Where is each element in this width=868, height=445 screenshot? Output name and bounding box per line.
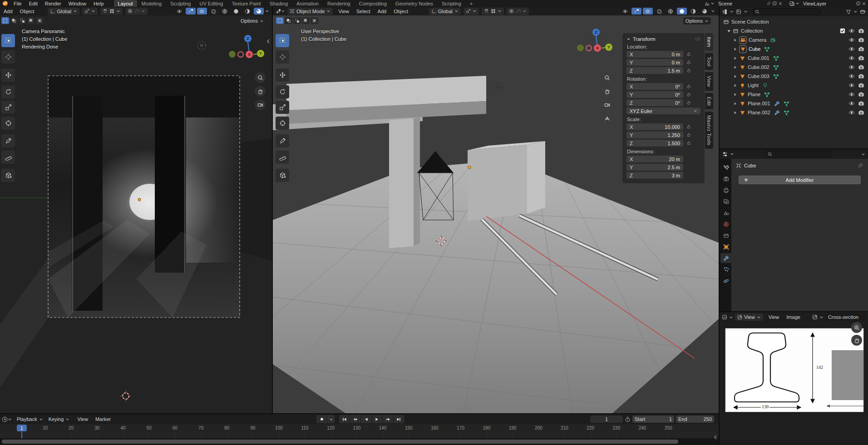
viewport-cursor-tool-button[interactable] <box>276 50 289 64</box>
sidebar-tab-tool[interactable]: Tool <box>705 53 713 70</box>
delete-scene-icon[interactable] <box>778 1 783 6</box>
lock-icon[interactable] <box>686 100 691 105</box>
new-scene-icon[interactable] <box>772 1 777 6</box>
properties-tab-modifiers[interactable] <box>720 253 731 263</box>
gizmo-y-axis[interactable]: Y <box>257 50 264 57</box>
gizmo-x-neg-axis[interactable] <box>237 51 244 58</box>
outliner-item-label[interactable]: Cube.003 <box>748 73 769 79</box>
intersect-select-mode-button[interactable] <box>311 17 318 24</box>
gizmos-toggle[interactable] <box>631 8 641 15</box>
jump-to-start-button[interactable] <box>339 415 350 423</box>
disable-in-renders-icon[interactable] <box>858 37 864 43</box>
camera-measure-tool-button[interactable] <box>1 151 15 164</box>
timeline-scrollbar[interactable] <box>2 440 678 444</box>
transform-field-dimensions-x[interactable]: X20 m <box>626 156 683 162</box>
hide-in-viewport-icon[interactable] <box>848 55 855 61</box>
workspace-tab-animation[interactable]: Animation <box>292 0 323 7</box>
filter-chevron-icon[interactable] <box>853 10 858 14</box>
display-mode-icon[interactable] <box>736 9 741 15</box>
disable-in-renders-icon[interactable] <box>858 91 864 98</box>
remove-view-layer-icon[interactable] <box>862 1 866 6</box>
transform-field-rotation-x[interactable]: X0° <box>626 83 683 90</box>
transform-field-scale-y[interactable]: Y1.250 <box>626 132 683 138</box>
gizmo-z-axis[interactable]: Z <box>244 35 252 42</box>
outliner-item-label[interactable]: Light <box>748 83 759 88</box>
light-data-icon[interactable] <box>762 83 768 88</box>
transform-field-dimensions-z[interactable]: Z3 m <box>626 172 683 179</box>
outliner-item-label[interactable]: Cube.001 <box>748 55 769 61</box>
disable-in-renders-icon[interactable] <box>858 73 864 79</box>
gizmo-y-neg-axis[interactable] <box>229 51 236 58</box>
workspace-tab-rendering[interactable]: Rendering <box>323 0 355 7</box>
scene-chevron-icon[interactable] <box>710 1 715 5</box>
gizmo-y-axis[interactable]: Y <box>605 44 612 51</box>
camera-scale-tool-button[interactable] <box>1 101 15 114</box>
workspace-tab-scripting[interactable]: Scripting <box>438 0 465 7</box>
box-select-mode-button[interactable] <box>10 17 18 24</box>
lasso-select-mode-button[interactable] <box>27 17 35 24</box>
mesh-object-icon[interactable] <box>740 110 745 116</box>
sidebar-tab-edit[interactable]: Edit <box>705 93 713 109</box>
expand-arrow-icon[interactable] <box>727 29 731 33</box>
editor-type-properties-icon[interactable] <box>722 152 728 157</box>
editor-type-chevron-icon[interactable] <box>8 417 12 421</box>
mesh-object-icon[interactable] <box>740 101 745 107</box>
properties-tab-view-layer[interactable] <box>720 196 731 206</box>
mesh-object-icon[interactable] <box>740 46 746 53</box>
expand-arrow-icon[interactable] <box>733 102 737 106</box>
properties-tab-scene[interactable] <box>720 208 731 218</box>
magnet-icon[interactable] <box>484 9 489 14</box>
disable-in-renders-icon[interactable] <box>858 109 864 116</box>
timeline-menu-view[interactable]: View <box>74 414 92 424</box>
camera-view-camera-button[interactable] <box>255 99 266 110</box>
camera-rotate-tool-button[interactable] <box>1 85 15 98</box>
viewport-menu-object[interactable]: Object <box>390 7 412 15</box>
mesh-object-icon[interactable] <box>740 64 745 70</box>
topbar-menu-window[interactable]: Window <box>65 0 90 7</box>
disable-in-renders-icon[interactable] <box>858 46 864 52</box>
filter-icon[interactable] <box>846 9 851 15</box>
previous-keyframe-button[interactable] <box>350 415 360 423</box>
rotation-mode-dropdown[interactable]: XYZ Euler <box>626 108 700 114</box>
auto-keying-button[interactable] <box>316 415 327 423</box>
hide-in-viewport-icon[interactable] <box>848 28 855 34</box>
modifier-wrench-icon[interactable] <box>774 110 780 116</box>
jump-to-end-button[interactable] <box>394 415 404 423</box>
gizmo-x-neg-axis[interactable] <box>586 45 592 51</box>
expand-arrow-icon[interactable] <box>733 74 737 78</box>
mesh-data-icon[interactable] <box>773 55 779 61</box>
transform-field-dimensions-y[interactable]: Y2.5 m <box>626 164 683 171</box>
editor-type-chevron-icon[interactable] <box>730 10 734 14</box>
hide-in-viewport-icon[interactable] <box>848 37 855 43</box>
lock-icon[interactable] <box>686 84 691 89</box>
hide-in-viewport-icon[interactable] <box>848 100 855 107</box>
viewport-zoom-button[interactable] <box>602 72 612 83</box>
image-pan-button[interactable] <box>851 335 862 346</box>
timeline-ruler[interactable]: 1020304050607080901001101201301401501601… <box>0 424 719 432</box>
editor-type-outliner-icon[interactable] <box>722 9 727 15</box>
scene-collection-label[interactable]: Scene Collection <box>731 19 769 24</box>
frame-end-field[interactable]: End250 <box>676 416 714 423</box>
tweak-select-mode-button[interactable] <box>276 17 284 24</box>
camera-zoom-button[interactable] <box>255 72 266 83</box>
magnet-icon[interactable] <box>103 9 108 14</box>
box-select-mode-button[interactable] <box>285 17 292 24</box>
camera-transform-tool-button[interactable] <box>1 117 15 130</box>
transform-field-location-x[interactable]: X0 m <box>626 51 683 58</box>
disable-in-renders-icon[interactable] <box>858 82 864 88</box>
transform-field-rotation-y[interactable]: Y0° <box>626 91 683 98</box>
main-navigation-gizmo[interactable]: Z X Y <box>575 26 618 58</box>
shading-material-button[interactable] <box>242 8 252 15</box>
view-layer-icon[interactable] <box>789 1 794 6</box>
transform-field-scale-z[interactable]: Z1.500 <box>626 140 683 147</box>
pin-icon[interactable] <box>858 162 863 168</box>
expand-arrow-icon[interactable] <box>733 83 737 88</box>
sidebar-tab-maxivz-tools[interactable]: Maxivz Tools <box>705 112 713 149</box>
viewport-annotate-tool-button[interactable] <box>276 134 289 147</box>
pivot-point-dropdown[interactable] <box>82 8 98 15</box>
camera-add-cube-tool-button[interactable] <box>1 169 15 182</box>
camera-options-dropdown[interactable]: Options <box>238 17 266 24</box>
outliner-item-label[interactable]: Camera <box>749 37 766 43</box>
transform-field-scale-x[interactable]: X10.000 <box>626 123 683 130</box>
collection-label[interactable]: Collection <box>741 28 763 34</box>
